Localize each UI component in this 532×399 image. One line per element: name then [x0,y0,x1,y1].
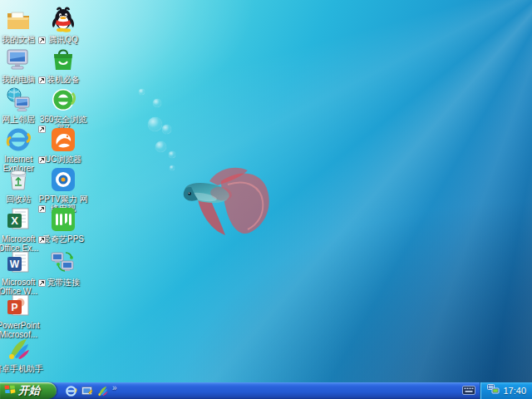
desktop-icon-word[interactable]: W Microsoft Office W... [0,249,43,296]
desktop-icon-haozhuo[interactable]: 好卓手机助手 [0,336,43,373]
pptv-icon [50,166,76,193]
uc-browser-icon [50,126,76,153]
bubble [139,89,145,95]
broadband-connection-icon [50,249,76,276]
desktop-icon-network-places[interactable]: 网上邻居 [0,86,43,124]
icon-label: 网上邻居 [2,115,35,124]
icon-label: 爱奇艺PPS [42,234,84,244]
desktop-icon-my-computer[interactable]: 我的电脑 [0,47,43,84]
start-button[interactable]: 开始 [0,382,57,399]
desktop-icon-excel[interactable]: X Microsoft Office Ex... [0,206,43,253]
betta-fish [178,160,273,241]
icon-label: UC浏览器 [45,155,81,164]
icon-label: 回收站 [6,195,31,204]
excel-icon: X [5,206,32,233]
svg-text:X: X [11,214,18,227]
word-icon: W [5,249,32,276]
icon-label: 宽带连接 [47,278,80,287]
start-label: 开始 [18,383,40,398]
zhuangji-bibei-icon [50,47,76,73]
my-documents-icon [5,7,32,33]
system-tray: 17:40 [480,382,532,399]
keyboard-icon [462,383,475,398]
svg-text:P: P [11,302,17,313]
bubble [169,151,175,158]
desktop-icon-zhuangji[interactable]: 装机必备 [38,47,88,84]
icon-label: 好卓手机助手 [0,364,43,373]
powerpoint-icon: P [5,293,32,319]
shortcut-arrow-icon [38,279,46,287]
svg-text:W: W [10,259,20,270]
shortcut-arrow-icon [38,37,46,44]
media-app-icon[interactable] [96,385,109,397]
language-bar[interactable] [458,382,480,399]
quick-launch-bar: » [57,382,122,399]
desktop-icon-my-documents[interactable]: 我的文档 [0,7,43,44]
quick-launch-overflow-chevron[interactable]: » [112,384,117,392]
icon-label: 我的文档 [2,35,35,44]
taskbar-empty-area [122,382,459,399]
internet-explorer-icon [5,126,32,153]
shortcut-arrow-icon [38,236,46,244]
bubble [153,99,161,107]
desktop-icon-uc-browser[interactable]: UC浏览器 [38,126,88,164]
desktop-icon-powerpoint[interactable]: P PowerPoint Microsof... [0,293,43,339]
bubble [155,141,166,152]
haozhuo-icon [5,336,32,362]
taskbar: 开始 » 17:40 [0,382,532,399]
bubble [148,117,162,131]
shortcut-arrow-icon [0,366,1,373]
desktop-icon-iqiyi[interactable]: 爱奇艺PPS [38,206,88,244]
network-places-icon [5,86,32,113]
windows-logo-icon [4,383,16,398]
bubble [170,165,175,170]
recycle-bin-icon [5,166,32,193]
desktop-icon-broadband[interactable]: 宽带连接 [38,249,88,287]
desktop-icon-recycle-bin[interactable]: 回收站 [0,166,43,204]
icon-label: 装机必备 [47,75,80,84]
bubble [162,125,171,134]
360-browser-icon [50,86,76,113]
iqiyi-pps-icon [50,206,76,233]
internet-explorer-icon[interactable] [65,385,77,397]
my-computer-icon [5,47,32,73]
network-status-icon[interactable] [487,383,500,398]
icon-label: 我的电脑 [2,75,35,84]
shortcut-arrow-icon [38,156,46,164]
taskbar-clock[interactable]: 17:40 [503,386,526,396]
shortcut-arrow-icon [38,76,46,84]
show-desktop-icon[interactable] [81,385,93,397]
icon-label: 腾讯QQ [48,35,78,44]
desktop: 我的文档 我的电脑 网上邻居 Internet Explorer 回收站 X M… [0,0,532,399]
qq-icon [50,7,76,33]
desktop-icon-qq[interactable]: 腾讯QQ [38,7,88,44]
